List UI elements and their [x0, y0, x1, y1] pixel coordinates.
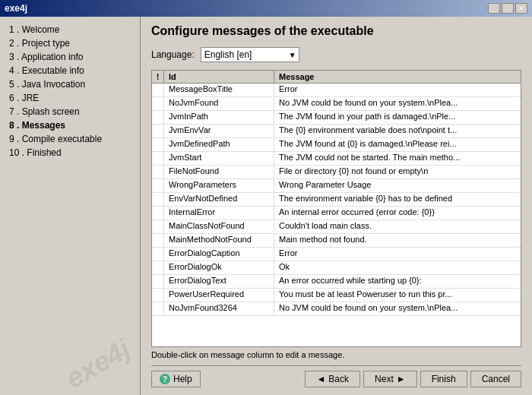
row-id: InternalError — [164, 207, 274, 220]
row-message: An internal error occurred (error code: … — [274, 207, 521, 220]
row-id: WrongParameters — [164, 179, 274, 192]
row-message: No JVM could be found on your system.\nP… — [274, 97, 521, 110]
help-button[interactable]: ? Help — [151, 371, 201, 387]
language-label: Language: — [151, 49, 195, 60]
table-row[interactable]: MessageBoxTitle Error — [152, 84, 521, 97]
row-id: JvmEnvVar — [164, 125, 274, 137]
content-area: Configure messages of the executable Lan… — [141, 17, 532, 395]
watermark: exe4j — [60, 333, 135, 394]
language-select-wrapper[interactable]: English [en] ▼ — [201, 47, 299, 62]
sidebar: 1 . Welcome 2 . Project type 3 . Applica… — [0, 17, 141, 395]
table-row[interactable]: NoJvmFound3264 No JVM could be found on … — [152, 302, 521, 316]
row-exclaim — [152, 111, 164, 124]
language-row: Language: English [en] ▼ — [151, 47, 521, 62]
table-body[interactable]: MessageBoxTitle Error NoJvmFound No JVM … — [152, 84, 521, 346]
row-id: ErrorDialogOk — [164, 261, 274, 274]
sidebar-item-project-type[interactable]: 2 . Project type — [3, 36, 137, 50]
table-row[interactable]: ErrorDialogOk Ok — [152, 261, 521, 275]
row-message: Main method not found. — [274, 234, 521, 247]
col-header-message: Message — [274, 71, 508, 83]
main-container: 1 . Welcome 2 . Project type 3 . Applica… — [0, 17, 532, 395]
row-exclaim — [152, 234, 164, 247]
row-id: EnvVarNotDefined — [164, 193, 274, 206]
table-row[interactable]: MainClassNotFound Couldn't load main cla… — [152, 220, 521, 234]
row-exclaim — [152, 166, 164, 179]
help-icon: ? — [160, 374, 170, 384]
finish-label: Finish — [432, 374, 456, 384]
sidebar-item-executable-info[interactable]: 4 . Executable info — [3, 64, 137, 77]
row-id: ErrorDialogText — [164, 275, 274, 288]
row-exclaim — [152, 289, 164, 302]
row-message: The JVM found in your path is damaged.\n… — [274, 111, 521, 124]
row-message: Ok — [274, 261, 521, 274]
row-message: The JVM could not be started. The main m… — [274, 152, 521, 165]
next-arrow-icon: ► — [397, 374, 406, 384]
table-row[interactable]: NoJvmFound No JVM could be found on your… — [152, 97, 521, 111]
cancel-button[interactable]: Cancel — [470, 371, 521, 387]
row-exclaim — [152, 97, 164, 110]
help-label: Help — [173, 374, 192, 384]
sidebar-item-finished[interactable]: 10 . Finished — [3, 146, 137, 160]
messages-table: ! Id Message MessageBoxTitle Error NoJvm… — [151, 70, 521, 347]
scroll-spacer — [508, 71, 521, 83]
table-row[interactable]: InternalError An internal error occurred… — [152, 207, 521, 220]
table-row[interactable]: ErrorDialogText An error occurred while … — [152, 275, 521, 289]
table-row[interactable]: JvmEnvVar The {0} environment variable d… — [152, 125, 521, 138]
row-id: ErrorDialogCaption — [164, 248, 274, 261]
row-exclaim — [152, 138, 164, 151]
table-row[interactable]: JvmInPath The JVM found in your path is … — [152, 111, 521, 125]
back-arrow-icon: ◄ — [316, 374, 325, 384]
table-row[interactable]: EnvVarNotDefined The environment variabl… — [152, 193, 521, 207]
row-id: JvmDefinedPath — [164, 138, 274, 151]
row-id: FileNotFound — [164, 166, 274, 179]
sidebar-item-welcome[interactable]: 1 . Welcome — [3, 23, 137, 36]
back-button[interactable]: ◄ Back — [305, 371, 360, 387]
row-message: An error occurred while starting up {0}: — [274, 275, 521, 288]
table-row[interactable]: JvmDefinedPath The JVM found at {0} is d… — [152, 138, 521, 152]
row-exclaim — [152, 220, 164, 233]
row-exclaim — [152, 261, 164, 274]
window-controls[interactable]: _ □ ✕ — [488, 3, 527, 14]
table-row[interactable]: ErrorDialogCaption Error — [152, 248, 521, 261]
col-header-id: Id — [164, 71, 274, 83]
row-exclaim — [152, 152, 164, 165]
table-row[interactable]: MainMethodNotFound Main method not found… — [152, 234, 521, 248]
row-id: NoJvmFound3264 — [164, 302, 274, 315]
table-row[interactable]: FileNotFound File or directory {0} not f… — [152, 166, 521, 179]
minimize-button[interactable]: _ — [488, 3, 500, 14]
close-button[interactable]: ✕ — [515, 3, 527, 14]
sidebar-item-splash-screen[interactable]: 7 . Splash screen — [3, 105, 137, 118]
sidebar-item-compile[interactable]: 9 . Compile executable — [3, 132, 137, 146]
row-id: MessageBoxTitle — [164, 84, 274, 96]
sidebar-item-app-info[interactable]: 3 . Application info — [3, 50, 137, 64]
table-header: ! Id Message — [152, 71, 521, 84]
row-id: JvmInPath — [164, 111, 274, 124]
bottom-bar: ? Help ◄ Back Next ► Finish Cancel — [151, 365, 521, 387]
row-message: No JVM could be found on your system.\nP… — [274, 302, 521, 315]
row-exclaim — [152, 207, 164, 220]
row-message: Couldn't load main class. — [274, 220, 521, 233]
table-row[interactable]: JvmStart The JVM could not be started. T… — [152, 152, 521, 166]
row-exclaim — [152, 193, 164, 206]
cancel-label: Cancel — [482, 374, 510, 384]
hint-text: Double-click on message column to edit a… — [151, 350, 521, 359]
row-exclaim — [152, 179, 164, 192]
maximize-button[interactable]: □ — [502, 3, 514, 14]
row-id: NoJvmFound — [164, 97, 274, 110]
row-message: Error — [274, 248, 521, 261]
row-message: The JVM found at {0} is damaged.\nPlease… — [274, 138, 521, 151]
sidebar-item-java-invocation[interactable]: 5 . Java Invocation — [3, 77, 137, 91]
next-button[interactable]: Next ► — [363, 371, 417, 387]
row-exclaim — [152, 248, 164, 261]
row-message: File or directory {0} not found or empty… — [274, 166, 521, 179]
table-row[interactable]: PowerUserRequired You must be at least P… — [152, 289, 521, 302]
sidebar-item-jre[interactable]: 6 . JRE — [3, 91, 137, 105]
title-bar: exe4j _ □ ✕ — [0, 0, 532, 17]
finish-button[interactable]: Finish — [420, 371, 467, 387]
window-title: exe4j — [5, 3, 27, 14]
back-label: Back — [328, 374, 349, 384]
sidebar-item-messages[interactable]: 8 . Messages — [3, 118, 137, 132]
language-select[interactable]: English [en] — [201, 47, 299, 62]
table-row[interactable]: WrongParameters Wrong Parameter Usage — [152, 179, 521, 193]
page-title: Configure messages of the executable — [151, 24, 521, 38]
